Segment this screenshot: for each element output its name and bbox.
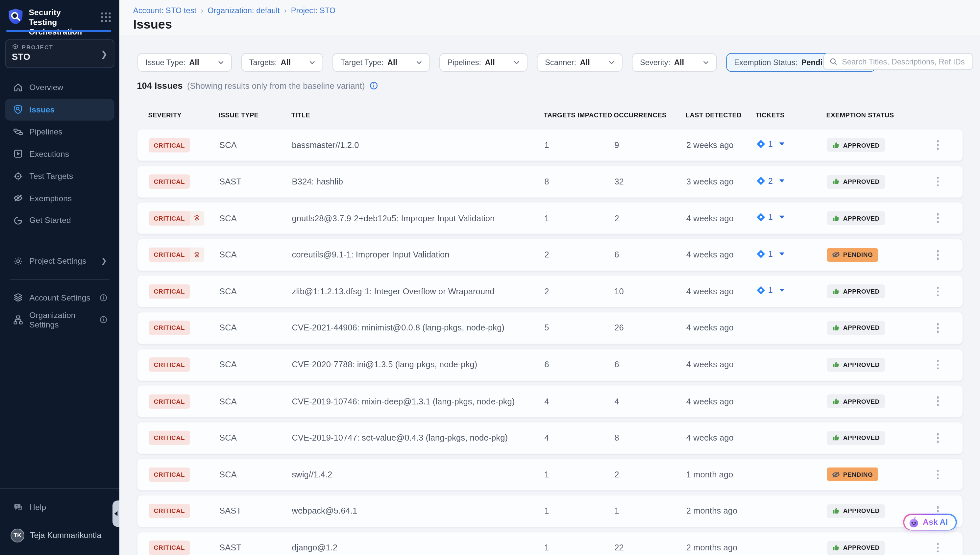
- issue-title: B324: hashlib: [292, 177, 545, 186]
- ticket-chip[interactable]: 1: [756, 140, 784, 149]
- exemption-status-label: APPROVED: [843, 361, 880, 368]
- info-icon: [99, 316, 107, 324]
- table-row[interactable]: CRITICALSASTB324: hashlib8323 weeks ago2…: [137, 165, 963, 198]
- sidebar-item-label: Overview: [29, 83, 63, 92]
- exemption-status-label: APPROVED: [843, 324, 880, 331]
- row-menu-button[interactable]: [913, 349, 962, 380]
- info-icon[interactable]: [369, 81, 378, 90]
- sidebar-item-test-targets[interactable]: Test Targets: [5, 165, 114, 187]
- row-menu-button[interactable]: [913, 459, 962, 490]
- column-header-issue-type: ISSUE TYPE: [219, 111, 291, 119]
- sidebar-collapse-handle[interactable]: [112, 500, 119, 527]
- severity-cell: CRITICAL: [149, 138, 219, 152]
- severity-badge-label: CRITICAL: [149, 358, 190, 372]
- sidebar-item-account-settings[interactable]: Account Settings: [5, 286, 114, 308]
- filter-target-type[interactable]: Target Type:All: [332, 53, 430, 72]
- last-detected-cell: 4 weeks ago: [686, 396, 756, 406]
- app-logo-shield-icon: [8, 8, 24, 26]
- last-detected-cell: 1 month ago: [686, 470, 756, 480]
- user-menu[interactable]: TK Teja Kummarikuntla: [5, 525, 114, 547]
- last-detected-cell: 4 weeks ago: [686, 323, 756, 333]
- sidebar-item-get-started[interactable]: Get Started: [5, 209, 114, 231]
- module-grid-icon[interactable]: [101, 12, 111, 22]
- ticket-chip[interactable]: 1: [756, 213, 784, 222]
- filter-pipelines[interactable]: Pipelines:All: [439, 53, 527, 72]
- severity-badge: CRITICAL: [149, 138, 190, 152]
- column-header-targets-impacted: TARGETS IMPACTED: [544, 111, 614, 119]
- table-row[interactable]: CRITICALSCAzlib@1:1.2.13.dfsg-1: Integer…: [137, 275, 963, 308]
- table-row[interactable]: CRITICALSCACVE-2020-7788: ini@1.3.5 (lan…: [137, 348, 963, 381]
- ticket-chip[interactable]: 2: [756, 176, 784, 185]
- sidebar-item-pipelines[interactable]: Pipelines: [5, 121, 114, 143]
- column-header-severity: SEVERITY: [148, 111, 219, 119]
- issue-type-cell: SCA: [219, 433, 292, 443]
- tickets-cell: 1: [756, 286, 827, 297]
- issue-title: CVE-2021-44906: minimist@0.0.8 (lang-pkg…: [292, 323, 545, 333]
- severity-cell: CRITICAL: [149, 284, 219, 298]
- severity-badge: CRITICAL: [149, 174, 190, 189]
- thumbs-up-icon: [832, 214, 840, 222]
- filter-severity[interactable]: Severity:All: [632, 53, 717, 72]
- occurrences-cell: 9: [614, 140, 686, 150]
- sidebar-item-label: Pipelines: [29, 127, 62, 136]
- last-detected-cell: 2 months ago: [686, 543, 756, 553]
- row-menu-button[interactable]: [913, 129, 962, 160]
- help-button[interactable]: ? Help: [5, 496, 105, 518]
- issue-title: CVE-2019-10746: mixin-deep@1.3.1 (lang-p…: [292, 396, 545, 406]
- sidebar-item-organization-settings[interactable]: Organization Settings: [5, 309, 114, 331]
- table-row[interactable]: CRITICALSCAswig//1.4.2121 month agoPENDI…: [137, 458, 963, 491]
- exemption-status-badge: APPROVED: [827, 358, 885, 372]
- row-menu-button[interactable]: [913, 276, 962, 307]
- row-menu-button[interactable]: [913, 312, 962, 343]
- filter-label: Issue Type:: [146, 58, 186, 67]
- severity-badge: CRITICAL: [149, 431, 190, 445]
- last-detected-cell: 4 weeks ago: [686, 433, 756, 443]
- targets-impacted-cell: 1: [544, 506, 614, 516]
- breadcrumb-organization-link[interactable]: Organization: default: [207, 6, 279, 15]
- filter-label: Pipelines:: [447, 58, 481, 67]
- table-row[interactable]: CRITICALSASTdjango@1.21222 months agoAPP…: [137, 531, 963, 555]
- filter-value: All: [485, 58, 495, 67]
- project-selector[interactable]: PROJECT STO ❯: [5, 40, 114, 68]
- filter-value: All: [189, 58, 199, 67]
- target-icon: [13, 171, 23, 181]
- targets-impacted-cell: 1: [544, 470, 614, 480]
- filter-label: Targets:: [249, 58, 277, 67]
- sidebar-item-exemptions[interactable]: Exemptions: [5, 187, 114, 209]
- exemption-status-cell: APPROVED: [827, 431, 913, 445]
- filter-issue-type[interactable]: Issue Type:All: [138, 53, 231, 72]
- breadcrumb-account-link[interactable]: Account: STO test: [133, 6, 196, 15]
- table-row[interactable]: CRITICALSCAgnutls28@3.7.9-2+deb12u5: Imp…: [137, 202, 963, 234]
- sidebar-item-issues[interactable]: Issues: [5, 98, 114, 120]
- filter-targets[interactable]: Targets:All: [241, 53, 323, 72]
- ask-ai-button[interactable]: Ask AI: [903, 513, 957, 530]
- row-menu-button[interactable]: [913, 532, 962, 555]
- search-input[interactable]: [842, 57, 967, 66]
- table-row[interactable]: CRITICALSCACVE-2021-44906: minimist@0.0.…: [137, 312, 963, 344]
- row-menu-button[interactable]: [913, 202, 962, 234]
- row-menu-button[interactable]: [913, 239, 962, 270]
- row-menu-button[interactable]: [913, 422, 962, 453]
- exemption-status-label: APPROVED: [843, 288, 880, 295]
- exemption-status-badge: APPROVED: [827, 284, 885, 298]
- row-menu-button[interactable]: [913, 386, 962, 417]
- stacked-layers-icon: [190, 248, 205, 262]
- row-menu-button[interactable]: [913, 166, 962, 197]
- sidebar-item-executions[interactable]: Executions: [5, 143, 114, 165]
- ticket-chip[interactable]: 1: [756, 249, 784, 259]
- sidebar-item-label: Exemptions: [29, 194, 72, 203]
- gear-icon: [13, 256, 23, 266]
- sidebar-item-project-settings[interactable]: Project Settings ❯: [5, 250, 114, 272]
- severity-badge-label: CRITICAL: [149, 138, 190, 152]
- filter-scanner[interactable]: Scanner:All: [537, 53, 622, 72]
- table-row[interactable]: CRITICALSCAbassmaster//1.2.0192 weeks ag…: [137, 129, 963, 162]
- table-row[interactable]: CRITICALSCACVE-2019-10747: set-value@0.4…: [137, 422, 963, 454]
- ticket-dropdown-icon: [779, 216, 784, 219]
- breadcrumb-project-link[interactable]: Project: STO: [291, 6, 336, 15]
- table-row[interactable]: CRITICALSCAcoreutils@9.1-1: Improper Inp…: [137, 239, 963, 271]
- info-icon: [99, 294, 107, 302]
- ticket-chip[interactable]: 1: [756, 286, 784, 295]
- sidebar-item-overview[interactable]: Overview: [5, 76, 114, 98]
- table-row[interactable]: CRITICALSCACVE-2019-10746: mixin-deep@1.…: [137, 385, 963, 417]
- table-row[interactable]: CRITICALSASTwebpack@5.64.1112 months ago…: [137, 495, 963, 528]
